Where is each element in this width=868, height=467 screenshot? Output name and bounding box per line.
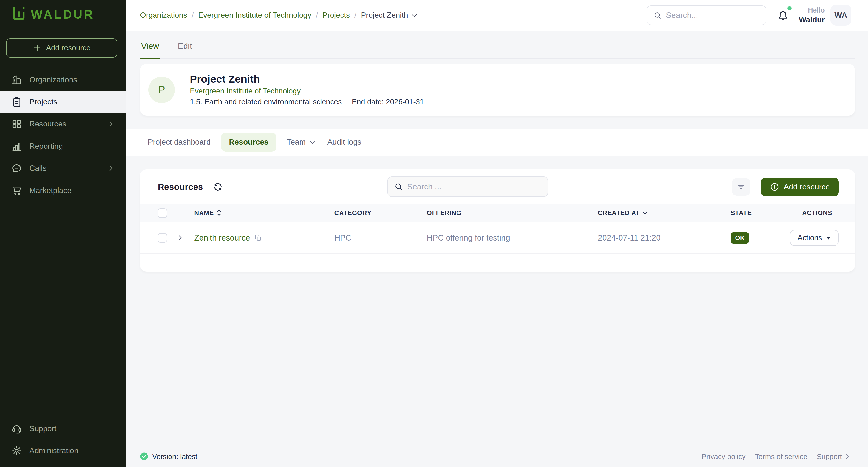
global-search [647,5,766,25]
global-search-input[interactable] [666,11,759,20]
resource-offering-cell: HPC offering for testing [427,233,598,243]
add-resource-button[interactable]: Add resource [761,178,839,196]
gear-icon [11,445,22,456]
resources-search [388,176,548,197]
tab-team[interactable]: Team [286,133,317,152]
project-avatar: P [149,76,175,103]
page-title: Project Zenith [190,73,424,85]
project-meta: 1.5. Earth and related environmental sci… [190,98,424,106]
resources-icon [11,119,22,130]
breadcrumb-organizations[interactable]: Organizations [140,11,187,20]
resource-name-cell: Zenith resource [194,233,334,243]
page-tabs: View Edit [140,31,855,59]
copy-icon[interactable] [254,234,262,242]
privacy-policy-link[interactable]: Privacy policy [702,453,746,461]
table-header-row: NAME CATEGORY OFFERING CREATED AT STATE … [140,204,855,222]
row-actions-button[interactable]: Actions [790,230,839,246]
resource-created-at-cell: 2024-07-11 21:20 [598,233,731,243]
version-text: Version: latest [152,453,197,461]
breadcrumb-current-project[interactable]: Project Zenith [361,11,418,20]
headset-icon [11,423,22,434]
column-header-offering[interactable]: OFFERING [427,209,598,217]
calls-icon [11,163,22,174]
project-tab-bar: Project dashboard Resources Team Audit l… [126,129,868,156]
status-badge: OK [731,232,749,244]
sidebar-add-resource-label: Add resource [46,43,91,52]
sidebar-item-organizations[interactable]: Organizations [0,68,126,91]
username-text: Waldur [799,15,825,25]
sidebar-item-reporting[interactable]: Reporting [0,135,126,157]
sidebar-footer: Support Administration [0,414,126,467]
app-window: WALDUR Add resource Organizations [0,0,868,467]
topbar: Organizations / Evergreen Institute of T… [126,0,868,31]
logo[interactable]: WALDUR [0,0,126,29]
reporting-icon [11,141,22,152]
resource-name-link[interactable]: Zenith resource [194,233,250,243]
table-row: Zenith resource HPC HPC offering for tes… [140,222,855,254]
terms-of-service-link[interactable]: Terms of service [755,453,807,461]
project-organization-link[interactable]: Evergreen Institute of Technology [190,87,424,95]
select-all-checkbox[interactable] [158,208,167,218]
column-header-actions: ACTIONS [790,209,856,217]
sort-icon [216,209,222,217]
search-icon [654,11,661,20]
sidebar-item-calls[interactable]: Calls [0,157,126,179]
project-info: Project Zenith Evergreen Institute of Te… [190,73,424,106]
resource-category-cell: HPC [335,233,427,243]
tab-edit[interactable]: Edit [177,41,193,58]
projects-icon [11,96,22,107]
tab-project-dashboard[interactable]: Project dashboard [147,133,212,152]
row-expand-chevron-icon[interactable] [177,234,194,242]
logo-text: WALDUR [31,7,94,22]
greeting-text: Hello [799,6,825,15]
topbar-right: Hello Waldur WA [647,5,868,26]
sidebar-add-resource-button[interactable]: Add resource [6,38,117,58]
sidebar: WALDUR Add resource Organizations [0,0,126,467]
check-circle-icon [140,452,148,461]
column-header-name[interactable]: NAME [194,209,334,217]
sidebar-item-label: Organizations [29,75,77,84]
resources-actions: Add resource [732,178,838,196]
tab-team-label: Team [287,137,306,147]
sidebar-item-administration[interactable]: Administration [0,440,126,462]
filter-button[interactable] [732,178,750,196]
column-header-created-at[interactable]: CREATED AT [598,209,731,217]
resources-table: NAME CATEGORY OFFERING CREATED AT STATE … [140,204,855,254]
sidebar-item-label: Resources [29,119,66,128]
search-icon [395,182,403,191]
caret-down-icon [826,236,831,241]
row-checkbox[interactable] [158,233,167,243]
avatar[interactable]: WA [831,5,851,26]
sidebar-item-support[interactable]: Support [0,417,126,439]
sort-desc-icon [642,210,648,216]
refresh-button[interactable] [213,182,223,192]
sidebar-item-label: Administration [29,446,79,455]
breadcrumb-projects[interactable]: Projects [322,11,350,20]
project-header-card: P Project Zenith Evergreen Institute of … [140,64,855,116]
support-link[interactable]: Support [817,453,850,461]
column-header-category[interactable]: CATEGORY [335,209,427,217]
chevron-right-icon [844,454,850,460]
project-end-date: End date: 2026-01-31 [352,98,424,106]
sidebar-item-resources[interactable]: Resources [0,113,126,135]
breadcrumb: Organizations / Evergreen Institute of T… [126,11,418,20]
breadcrumb-separator: / [354,11,356,20]
tab-audit-logs[interactable]: Audit logs [326,133,363,152]
waldur-logo-icon [11,6,26,23]
bell-icon [777,9,789,21]
sidebar-item-projects[interactable]: Projects [0,91,126,113]
column-header-state[interactable]: STATE [731,209,790,217]
breadcrumb-organization-name[interactable]: Evergreen Institute of Technology [198,11,311,20]
tab-view[interactable]: View [140,41,160,58]
sidebar-item-marketplace[interactable]: Marketplace [0,179,126,201]
column-label: NAME [194,209,214,217]
refresh-icon [213,182,223,192]
notifications-button[interactable] [777,9,789,21]
organizations-icon [11,74,22,85]
filter-icon [737,182,746,191]
add-resource-label: Add resource [784,182,830,191]
page-footer: Version: latest Privacy policy Terms of … [126,452,868,461]
resources-search-input[interactable] [407,182,541,191]
tab-resources[interactable]: Resources [221,133,276,152]
sidebar-item-label: Marketplace [29,186,71,195]
